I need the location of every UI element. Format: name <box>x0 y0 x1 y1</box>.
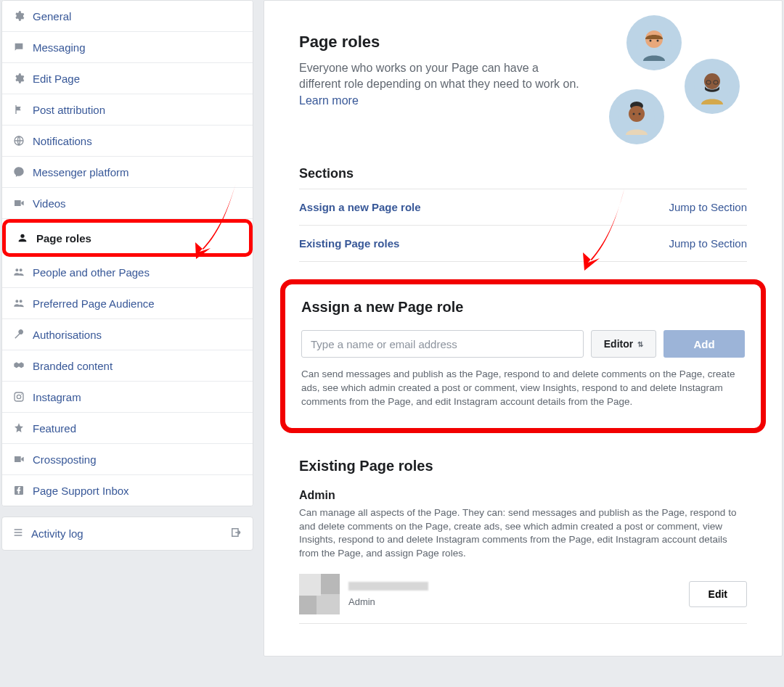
assign-new-role-panel: Assign a new Page role Editor ⇅ Add Can … <box>280 279 766 433</box>
user-name-redacted <box>348 582 428 591</box>
sidebar-item-messenger-platform[interactable]: Messenger platform <box>2 157 253 188</box>
sidebar-item-label: Crossposting <box>33 453 97 466</box>
sidebar-item-label: Edit Page <box>33 73 80 85</box>
handshake-icon <box>12 359 25 372</box>
people-icon <box>12 297 25 310</box>
sidebar-menu: General Messaging Edit Page Post attribu… <box>1 0 253 506</box>
sidebar-item-crossposting[interactable]: Crossposting <box>2 444 253 475</box>
sidebar-item-messaging[interactable]: Messaging <box>2 32 253 63</box>
svg-point-7 <box>650 40 652 42</box>
globe-icon <box>12 134 25 147</box>
existing-title: Existing Page roles <box>299 458 747 474</box>
role-selected-label: Editor <box>604 338 633 350</box>
sidebar-item-label: People and other Pages <box>33 266 150 279</box>
sidebar-item-featured[interactable]: Featured <box>2 413 253 444</box>
jump-to-section-link[interactable]: Jump to Section <box>669 237 747 250</box>
name-email-input[interactable] <box>301 330 584 358</box>
sidebar-item-preferred-audience[interactable]: Preferred Page Audience <box>2 288 253 319</box>
list-icon <box>12 527 24 540</box>
main-panel: Page roles Everyone who works on your Pa… <box>264 0 783 657</box>
sidebar-item-label: Post attribution <box>33 104 105 116</box>
sidebar-item-people-pages[interactable]: People and other Pages <box>2 257 253 288</box>
sidebar-item-notifications[interactable]: Notifications <box>2 126 253 157</box>
avatars-illustration <box>587 15 747 146</box>
assign-title: Assign a new Page role <box>301 299 745 316</box>
person-icon <box>16 231 29 244</box>
sidebar-item-branded-content[interactable]: Branded content <box>2 350 253 382</box>
instagram-icon <box>12 390 25 403</box>
sidebar-item-videos[interactable]: Videos <box>2 188 253 219</box>
sidebar-item-post-attribution[interactable]: Post attribution <box>2 94 253 126</box>
gear-icon <box>12 72 25 85</box>
wrench-icon <box>12 328 25 341</box>
sidebar-item-label: Instagram <box>33 391 81 403</box>
learn-more-link[interactable]: Learn more <box>299 94 359 107</box>
sidebar-item-label: General <box>33 10 71 22</box>
facebook-icon <box>12 484 25 497</box>
jump-to-section-link[interactable]: Jump to Section <box>669 201 747 213</box>
role-select[interactable]: Editor ⇅ <box>591 330 656 358</box>
sidebar-item-authorisations[interactable]: Authorisations <box>2 319 253 350</box>
sidebar-item-label: Preferred Page Audience <box>33 297 155 310</box>
svg-rect-1 <box>15 392 23 401</box>
svg-point-2 <box>17 395 20 398</box>
sidebar-item-label: Page Support Inbox <box>33 485 129 497</box>
activity-log-button[interactable]: Activity log <box>1 517 253 551</box>
role-description: Can manage all aspects of the Page. They… <box>299 506 747 561</box>
sidebar-item-label: Branded content <box>33 360 113 372</box>
export-icon <box>229 526 242 541</box>
existing-page-roles-panel: Existing Page roles Admin Can manage all… <box>299 458 747 625</box>
messenger-icon <box>12 165 25 178</box>
star-icon <box>12 421 25 435</box>
role-permission-description: Can send messages and publish as the Pag… <box>301 368 745 409</box>
svg-point-3 <box>21 394 22 395</box>
sidebar-item-label: Messenger platform <box>33 166 129 178</box>
user-avatar <box>299 574 340 614</box>
sidebar-item-label: Featured <box>33 422 76 435</box>
activity-log-label: Activity log <box>31 527 83 540</box>
page-title: Page roles <box>299 33 580 52</box>
flag-icon <box>12 103 25 116</box>
sidebar-item-edit-page[interactable]: Edit Page <box>2 63 253 94</box>
section-row: Existing Page roles Jump to Section <box>299 225 747 262</box>
section-assign-link[interactable]: Assign a new Page role <box>299 201 421 213</box>
svg-point-17 <box>639 113 641 115</box>
svg-point-8 <box>657 40 659 42</box>
page-description: Everyone who works on your Page can have… <box>299 60 580 109</box>
sidebar-item-label: Authorisations <box>33 329 102 341</box>
people-icon <box>12 266 25 279</box>
section-existing-link[interactable]: Existing Page roles <box>299 237 399 250</box>
role-name: Admin <box>299 489 747 502</box>
edit-button[interactable]: Edit <box>689 581 747 607</box>
admin-user-row: Admin Edit <box>299 574 747 624</box>
sidebar-item-label: Videos <box>33 197 66 210</box>
user-role-label: Admin <box>348 596 428 607</box>
section-row: Assign a new Page role Jump to Section <box>299 189 747 225</box>
settings-sidebar: General Messaging Edit Page Post attribu… <box>1 0 253 657</box>
sidebar-item-page-support-inbox[interactable]: Page Support Inbox <box>2 475 253 506</box>
svg-point-15 <box>629 106 645 122</box>
updown-icon: ⇅ <box>637 340 643 348</box>
video-icon <box>12 197 25 210</box>
sidebar-item-label: Page roles <box>36 232 91 244</box>
sidebar-item-label: Messaging <box>33 41 86 54</box>
video-icon <box>12 453 25 466</box>
svg-point-16 <box>633 113 635 115</box>
sections-heading: Sections <box>299 166 747 181</box>
chat-icon <box>12 41 25 54</box>
add-button[interactable]: Add <box>663 330 745 358</box>
sidebar-item-label: Notifications <box>33 135 92 147</box>
sidebar-item-instagram[interactable]: Instagram <box>2 382 253 413</box>
sidebar-item-general[interactable]: General <box>2 1 253 32</box>
sidebar-item-page-roles[interactable]: Page roles <box>2 219 253 257</box>
gear-icon <box>12 9 25 22</box>
